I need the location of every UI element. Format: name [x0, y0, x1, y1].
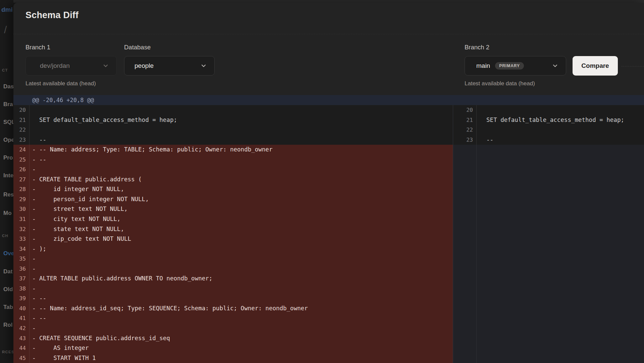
line-text: - CREATE SEQUENCE public.address_id_seq: [30, 333, 453, 344]
compare-button[interactable]: Compare: [573, 56, 618, 76]
sidebar-item-fragment[interactable]: Bra: [3, 101, 13, 108]
line-text: [477, 105, 644, 115]
diff-line-42: 42-: [13, 323, 453, 333]
database-select[interactable]: people: [124, 56, 215, 76]
diff-line-33: 33- zip_code text NOT NULL: [13, 234, 453, 244]
sidebar-item-fragment[interactable]: Tab: [3, 304, 13, 311]
line-text: - zip_code text NOT NULL: [30, 234, 453, 244]
line-number: 26: [13, 165, 30, 175]
database-value: people: [135, 62, 154, 70]
diff-line-20: 20: [453, 105, 644, 115]
line-text: SET default_table_access_method = heap;: [477, 115, 644, 125]
diff-line-27: 27- CREATE TABLE public.address (: [13, 175, 453, 185]
branch2-label: Branch 2: [465, 44, 489, 51]
diff-filler: [453, 145, 644, 363]
sidebar-item-fragment[interactable]: Ope: [3, 137, 13, 143]
database-label: Database: [124, 44, 151, 51]
sidebar-item-fragment[interactable]: Dat: [3, 268, 12, 275]
chevron-down-icon: [552, 62, 558, 69]
header-divider: [13, 34, 644, 34]
line-number: 37: [13, 274, 30, 284]
line-number: 24: [13, 145, 30, 155]
line-number: 43: [13, 333, 30, 344]
diff-line-23: 23 --: [13, 135, 453, 145]
line-number: 35: [13, 254, 30, 264]
line-number: 25: [13, 155, 30, 165]
diff-line-31: 31- city text NOT NULL,: [13, 214, 453, 224]
line-text: - state text NOT NULL,: [30, 224, 453, 234]
sidebar-item-fragment[interactable]: Inte: [3, 172, 13, 179]
line-number: 30: [13, 204, 30, 214]
line-text: - --: [30, 155, 453, 165]
diff-line-22: 22: [13, 125, 453, 135]
branch1-value: dev/jordan: [40, 62, 70, 70]
diff-line-21: 21 SET default_table_access_method = hea…: [13, 115, 453, 125]
line-text: [30, 125, 453, 135]
line-text: - person_id integer NOT NULL,: [30, 194, 453, 205]
diff-line-28: 28- id integer NOT NULL,: [13, 184, 453, 194]
diff-line-21: 21 SET default_table_access_method = hea…: [453, 115, 644, 125]
line-text: - AS integer: [30, 343, 453, 353]
branch2-value: main: [476, 62, 490, 70]
line-number: 38: [13, 284, 30, 294]
line-text: - -- Name: address; Type: TABLE; Schema:…: [30, 145, 453, 155]
line-number: 27: [13, 175, 30, 185]
diff-line-25: 25- --: [13, 155, 453, 165]
sidebar-item-fragment[interactable]: Mo: [3, 210, 12, 217]
line-text: - CREATE TABLE public.address (: [30, 175, 453, 185]
line-number: 39: [13, 293, 30, 304]
primary-badge: PRIMARY: [495, 62, 524, 70]
line-number: 36: [13, 264, 30, 274]
diff-line-22: 22: [453, 125, 644, 135]
line-text: -: [30, 323, 453, 333]
diff-line-26: 26-: [13, 165, 453, 175]
diff-line-20: 20: [13, 105, 453, 115]
diff-pane-branch1: 2021 SET default_table_access_method = h…: [13, 105, 453, 363]
sidebar-item-fragment[interactable]: SQL: [3, 119, 13, 126]
sidebar-item-fragment[interactable]: Rol: [3, 322, 12, 328]
sidebar-item-fragment: CT: [2, 68, 8, 72]
line-number: 32: [13, 224, 30, 234]
line-number: 31: [13, 214, 30, 224]
sidebar-item-fragment[interactable]: Pro: [3, 154, 13, 161]
diff-line-35: 35-: [13, 254, 453, 264]
diff-line-24: 24- -- Name: address; Type: TABLE; Schem…: [13, 145, 453, 155]
line-text: [30, 105, 453, 115]
line-number: 21: [453, 115, 477, 125]
line-text: - --: [30, 293, 453, 304]
line-text: [477, 125, 644, 135]
filler-gutter: [453, 145, 477, 363]
sidebar-item-fragment[interactable]: Res: [3, 191, 13, 198]
page-title: Schema Diff: [25, 10, 78, 20]
sidebar-item-fragment[interactable]: Ove: [3, 250, 13, 257]
sidebar-item-fragment: CH: [2, 234, 8, 238]
branch1-select[interactable]: dev/jordan: [25, 56, 117, 76]
line-number: 22: [453, 125, 477, 135]
diff-scroll-area[interactable]: @@ -20,46 +20,8 @@ 2021 SET default_tabl…: [13, 95, 644, 363]
line-text: -: [30, 264, 453, 274]
line-number: 33: [13, 234, 30, 244]
line-text: - id integer NOT NULL,: [30, 184, 453, 194]
sidebar-item-fragment[interactable]: Old: [3, 286, 13, 293]
sidebar-item-fragment[interactable]: Das: [3, 83, 13, 90]
line-number: 40: [13, 304, 30, 314]
line-number: 22: [13, 125, 30, 135]
branch2-hint: Latest available data (head): [465, 80, 535, 87]
diff-line-43: 43- CREATE SEQUENCE public.address_id_se…: [13, 333, 453, 344]
hunk-header: @@ -20,46 +20,8 @@: [13, 95, 644, 105]
line-text: - city text NOT NULL,: [30, 214, 453, 224]
app-sidebar: dmi/CTDasBraSQLOpeProInteResMoCHOveDatOl…: [0, 0, 13, 363]
line-text: --: [477, 135, 644, 145]
line-text: --: [30, 135, 453, 145]
line-number: 23: [453, 135, 477, 145]
line-text: - street text NOT NULL,: [30, 204, 453, 214]
divider-dashed: [622, 66, 644, 66]
diff-line-44: 44- AS integer: [13, 343, 453, 353]
line-text: -: [30, 254, 453, 264]
line-number: 20: [453, 105, 477, 115]
branch2-select[interactable]: main PRIMARY: [465, 56, 566, 76]
line-number: 29: [13, 194, 30, 205]
diff-line-29: 29- person_id integer NOT NULL,: [13, 194, 453, 205]
line-text: - );: [30, 244, 453, 254]
diff-line-32: 32- state text NOT NULL,: [13, 224, 453, 234]
